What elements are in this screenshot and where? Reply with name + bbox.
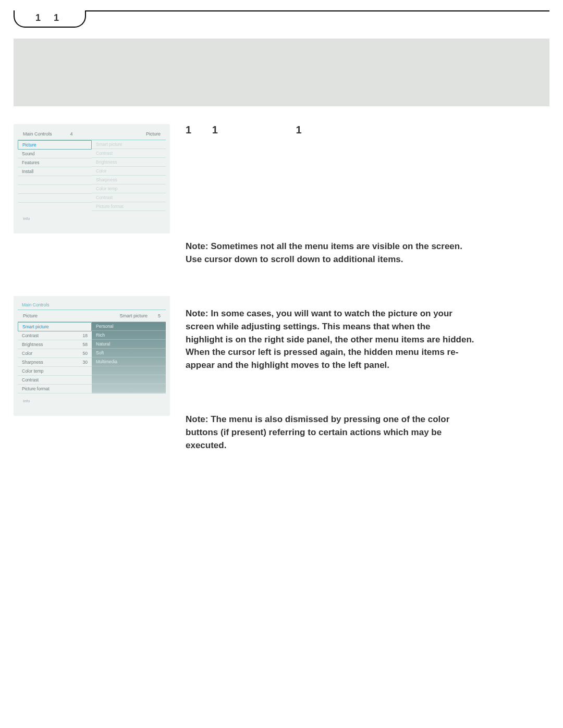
list-item[interactable]: Picture <box>18 140 92 150</box>
note-3: Note: The menu is also dismissed by pres… <box>186 413 478 452</box>
list-item[interactable]: Contrast <box>18 376 92 385</box>
list-item[interactable]: Smart picture <box>18 322 92 331</box>
list-item[interactable]: Contrast18 <box>18 331 92 340</box>
heading-num-b: 1 <box>212 124 219 136</box>
list-item: Contrast <box>92 149 166 158</box>
list-item[interactable]: Multimedia <box>92 357 166 366</box>
list-item[interactable]: Personal <box>92 322 166 331</box>
list-item: Smart picture <box>92 140 166 149</box>
list-item: Contrast <box>92 193 166 202</box>
menu-screenshot-2: Main Controls Picture Smart picture 5 Sm… <box>14 296 170 416</box>
ss1-right-header: Picture <box>146 131 161 137</box>
list-item[interactable]: Brightness58 <box>18 340 92 349</box>
tab-num-a: 1 <box>35 13 46 23</box>
ss2-right-list: Personal Rich Natural Soft Multimedia <box>92 322 166 393</box>
ss2-left-header: Picture <box>23 313 38 318</box>
list-item[interactable]: Picture format <box>18 385 92 393</box>
list-item[interactable]: Features <box>18 158 92 167</box>
list-item: Color <box>92 167 166 176</box>
list-item: Brightness <box>92 158 166 167</box>
ss2-right-header: Smart picture 5 <box>119 313 161 318</box>
note-1: Note: Sometimes not all the menu items a… <box>186 240 478 266</box>
section-heading: 1 1 1 <box>186 124 549 136</box>
list-item: Color temp <box>92 184 166 193</box>
ss2-breadcrumb: Main Controls <box>18 300 166 310</box>
list-item[interactable]: Soft <box>92 349 166 357</box>
list-item[interactable]: Install <box>18 167 92 176</box>
tab-num-b: 1 <box>54 13 64 23</box>
ss1-left-list: Picture Sound Features Install <box>18 140 92 211</box>
list-item[interactable]: Sound <box>18 150 92 158</box>
heading-num-a: 1 <box>186 124 192 136</box>
note-2: Note: In some cases, you will want to wa… <box>186 307 478 372</box>
header-rule: 1 1 <box>14 10 549 31</box>
menu-screenshot-1: Main Controls 4 Picture Picture Sound Fe… <box>14 124 170 233</box>
ss1-info: Info <box>18 211 166 226</box>
section-tab: 1 1 <box>14 10 86 28</box>
list-item: Picture format <box>92 202 166 211</box>
banner-placeholder <box>14 39 549 106</box>
ss1-left-header: Main Controls 4 <box>23 131 73 137</box>
list-item[interactable]: Natural <box>92 340 166 349</box>
ss2-info: Info <box>18 393 166 409</box>
ss2-left-list: Smart picture Contrast18 Brightness58 Co… <box>18 322 92 393</box>
list-item[interactable]: Sharpness30 <box>18 358 92 367</box>
list-item[interactable]: Color50 <box>18 349 92 358</box>
list-item[interactable]: Rich <box>92 331 166 340</box>
heading-num-c: 1 <box>296 124 302 136</box>
list-item[interactable]: Color temp <box>18 367 92 376</box>
ss1-right-list: Smart picture Contrast Brightness Color … <box>92 140 166 211</box>
list-item: Sharpness <box>92 176 166 184</box>
